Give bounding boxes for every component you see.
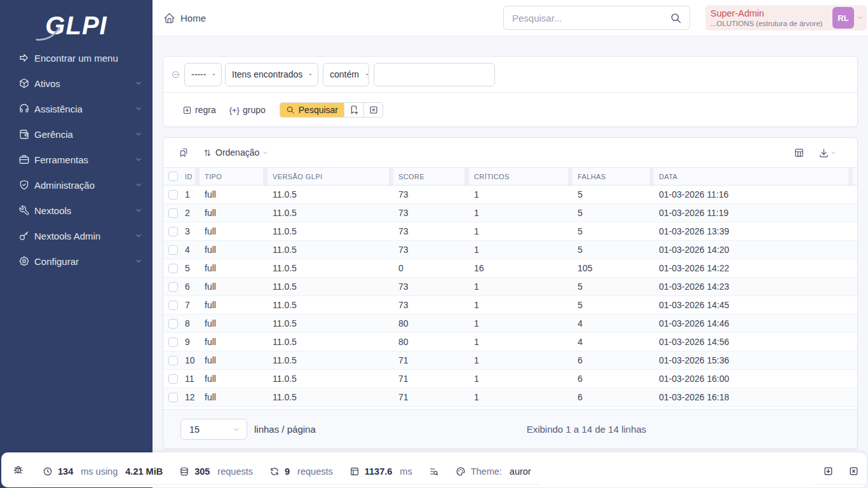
column-resize-handle[interactable] [195, 168, 200, 185]
user-menu[interactable]: Super-Admin ...OLUTIONS (estrutura de ár… [705, 5, 867, 30]
criteria-value-input[interactable] [374, 63, 495, 86]
gear-icon [18, 255, 30, 267]
cell-criticos: 1 [469, 392, 573, 402]
briefcase-icon [18, 154, 30, 165]
cell-id: 2 [182, 208, 200, 218]
template-icon [349, 466, 360, 477]
sort-label: Ordenação [215, 147, 259, 158]
column-header-score[interactable]: SCORE [393, 168, 465, 185]
row-checkbox[interactable] [168, 264, 178, 273]
cell-tipo: full [200, 318, 268, 329]
reset-search-button[interactable] [363, 103, 383, 117]
table-row: 3full11.0.5731501-03-2026 13:39 [163, 222, 857, 241]
sort-button[interactable]: Ordenação [203, 147, 268, 158]
add-group-button[interactable]: {+} grupo [229, 105, 266, 115]
cell-criticos: 1 [469, 300, 573, 310]
cell-data: 01-03-2026 14:46 [654, 318, 857, 329]
per-page-select[interactable]: 15 [180, 419, 247, 440]
cell-score: 71 [393, 392, 469, 402]
column-header-criticos[interactable]: CRÍTICOS [469, 168, 568, 185]
row-checkbox[interactable] [168, 190, 178, 200]
criteria-operator-select[interactable]: contém [323, 63, 369, 86]
column-resize-handle[interactable] [568, 168, 573, 185]
breadcrumb[interactable]: Home [163, 0, 206, 36]
cell-falhas: 5 [573, 281, 654, 292]
criteria-field-select[interactable]: Itens encontrados [225, 63, 318, 86]
column-resize-handle[interactable] [649, 168, 654, 185]
cell-criticos: 1 [469, 355, 573, 365]
column-header-data[interactable]: DATA [654, 168, 848, 185]
row-checkbox[interactable] [168, 374, 178, 384]
cell-id: 5 [182, 263, 200, 273]
search-submit-button[interactable]: Pesquisar [280, 103, 344, 117]
debug-stats: 134 ms using 4.21 MiB305 requests9 reque… [34, 452, 539, 487]
cell-versao-glpi: 11.0.5 [268, 189, 393, 200]
sidebar-item-nextools[interactable]: Nextools [0, 198, 153, 223]
column-resize-handle[interactable] [263, 168, 268, 185]
table-row: 7full11.0.5731501-03-2026 14:45 [163, 296, 857, 315]
debug-search-logs[interactable] [421, 458, 447, 485]
sidebar-item-administracao[interactable]: Administração [0, 172, 153, 198]
cell-score: 71 [393, 355, 469, 365]
refresh-icon [269, 466, 280, 477]
column-resize-handle[interactable] [848, 168, 853, 185]
cell-falhas: 5 [573, 245, 654, 255]
sidebar-item-configurar[interactable]: Configurar [0, 248, 153, 274]
sidebar-item-ativos[interactable]: Ativos [0, 71, 153, 96]
cell-id: 1 [182, 189, 200, 200]
table-row: 12full11.0.5711601-03-2026 16:18 [163, 388, 857, 407]
export-button[interactable] [818, 147, 836, 158]
table-row: 4full11.0.5731501-03-2026 14:20 [163, 241, 857, 259]
add-rule-button[interactable]: regra [182, 105, 216, 115]
sidebar-item-assistencia[interactable]: Assistência [0, 96, 153, 121]
debug-sql-requests[interactable]: 305 requests [171, 458, 261, 485]
cell-versao-glpi: 11.0.5 [268, 245, 393, 255]
caret-down-icon [308, 72, 313, 78]
column-resize-handle[interactable] [389, 168, 393, 185]
cell-score: 80 [393, 337, 469, 347]
sidebar-item-gerencia[interactable]: Gerência [0, 121, 153, 147]
row-checkbox[interactable] [168, 337, 178, 347]
debug-views-time[interactable]: 1137.6 ms [341, 458, 421, 485]
row-checkbox[interactable] [168, 227, 178, 236]
row-checkbox[interactable] [168, 356, 178, 365]
cell-falhas: 5 [573, 226, 654, 236]
row-checkbox[interactable] [168, 319, 178, 329]
cell-tipo: full [200, 208, 268, 218]
bookmark-plus-icon [349, 105, 359, 115]
column-header-id[interactable]: ID [163, 168, 195, 185]
cell-tipo: full [200, 300, 268, 310]
toolbar-right [794, 147, 836, 158]
debug-ajax-requests[interactable]: 9 requests [261, 458, 341, 485]
debug-toggle-button[interactable] [1, 464, 34, 475]
sidebar-item-label: Administração [34, 180, 95, 191]
cell-falhas: 105 [573, 263, 654, 273]
row-checkbox[interactable] [168, 282, 178, 292]
debug-execution-time[interactable]: 134 ms using 4.21 MiB [34, 458, 171, 485]
search-icon [670, 12, 682, 24]
key-icon [18, 230, 30, 241]
column-header-tipo[interactable]: TIPO [200, 168, 263, 185]
cell-data: 01-03-2026 16:00 [654, 374, 857, 384]
debug-theme[interactable]: Theme: auror [447, 458, 539, 485]
collapse-criteria-button[interactable] [171, 70, 180, 79]
sidebar-item-nextools-admin[interactable]: Nextools Admin [0, 223, 153, 248]
search-input[interactable] [504, 6, 689, 29]
bug-icon [13, 464, 24, 475]
column-resize-handle[interactable] [465, 168, 469, 185]
column-header-falhas[interactable]: FALHAS [573, 168, 649, 185]
criteria-link-select[interactable]: ----- [184, 63, 222, 86]
row-checkbox[interactable] [168, 245, 178, 255]
chevron-down-icon [857, 14, 864, 22]
row-checkbox[interactable] [168, 301, 178, 310]
row-checkbox[interactable] [168, 208, 178, 218]
sidebar-item-ferramentas[interactable]: Ferramentas [0, 147, 153, 172]
content: ----- Itens encontrados contém regra {+}… [153, 36, 868, 488]
topbar: Home Super-Admin ...OLUTIONS (estrutura … [153, 0, 868, 36]
column-header-versao-glpi[interactable]: VERSÃO GLPI [268, 168, 389, 185]
sort-icon [203, 148, 212, 158]
sidebar: GLPI Encontrar um menuAtivosAssistênciaG… [0, 0, 153, 488]
row-checkbox[interactable] [168, 393, 178, 402]
select-all-checkbox[interactable] [168, 172, 178, 181]
save-bookmark-button[interactable] [344, 103, 363, 117]
